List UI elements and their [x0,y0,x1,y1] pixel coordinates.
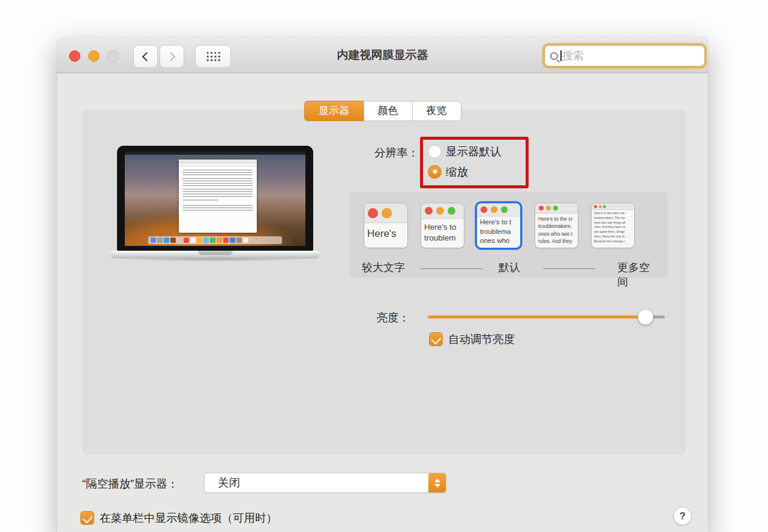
laptop-base [111,251,319,259]
scaled-option-default[interactable]: Here's to t troublema ones who [477,203,520,248]
chevron-right-icon [166,52,176,61]
laptop-screen [117,146,313,251]
slider-track[interactable] [428,315,665,318]
thumb-titlebar [477,203,520,217]
mirroring-row: 在菜单栏中显示镜像选项（可用时） [80,510,277,525]
search-icon [550,52,558,60]
scaled-resolution-picker: Here's Here's to troublem Here's to t [350,192,668,278]
tab-night-shift[interactable]: 夜览 [412,101,461,121]
thumb-titlebar [421,203,464,219]
thumb-titlebar [364,203,407,223]
auto-brightness-row: 自动调节亮度 [429,332,515,347]
brightness-slider-fill [428,315,646,318]
resolution-label: 分辨率： [310,145,419,160]
forward-button[interactable] [160,45,184,68]
menu-bar-preview [125,152,305,155]
scaled-option-2[interactable]: Here's to troublem [421,203,464,248]
tab-display[interactable]: 显示器 [304,101,364,121]
preferences-window: 内建视网膜显示器 搜索 显示器 颜色 夜览 [57,37,708,532]
search-placeholder: 搜索 [562,49,584,63]
radio-selected-icon[interactable] [428,165,442,179]
laptop-wallpaper [125,152,305,246]
show-all-preferences-button[interactable] [195,45,231,68]
display-pane: 分辨率： 显示器默认 缩放 Here's [82,110,686,454]
text-cursor [560,50,562,61]
dock-preview [148,236,282,244]
brightness-slider-thumb[interactable] [638,309,654,325]
divider-line [543,268,595,269]
tab-color[interactable]: 颜色 [364,101,413,121]
laptop-preview-image [111,146,319,266]
chevron-up-icon [434,479,440,482]
label-larger-text: 较大文字 [362,260,405,275]
label-more-space: 更多空间 [617,260,651,289]
chevron-left-icon [142,52,152,61]
tab-bar: 显示器 颜色 夜览 [304,101,461,121]
titlebar: 内建视网膜显示器 搜索 [57,37,708,73]
dropdown-stepper-icon[interactable] [428,473,446,492]
thumb-titlebar [592,203,634,210]
scaled-option-4[interactable]: Here's to the cr troublemakers. ones who… [535,203,578,248]
airplay-dropdown[interactable]: 关闭 [204,473,446,493]
brightness-slider[interactable] [428,308,665,325]
document-window-preview [179,160,256,233]
chevron-down-icon [434,484,440,488]
auto-brightness-label: 自动调节亮度 [448,332,515,347]
radio-scaled[interactable]: 缩放 [428,164,502,179]
resolution-radio-group: 显示器默认 缩放 [428,143,502,179]
radio-default-for-display[interactable]: 显示器默认 [428,143,502,159]
divider-line [420,268,483,269]
mirroring-checkbox[interactable] [80,511,94,525]
airplay-selected-value: 关闭 [218,473,240,492]
mirroring-label: 在菜单栏中显示镜像选项（可用时） [100,510,277,525]
back-button[interactable] [133,45,158,68]
search-input[interactable]: 搜索 [544,45,705,67]
label-default: 默认 [499,260,520,275]
airplay-label: “隔空播放”显示器： [82,476,178,491]
help-button[interactable]: ? [673,507,692,525]
grid-icon [206,51,220,62]
thumb-titlebar [535,203,578,214]
scaled-option-more-space[interactable]: Here's to the crazy one troublemakers. T… [592,203,634,248]
brightness-label: 亮度： [340,310,410,325]
scaled-option-larger-text[interactable]: Here's [364,203,407,248]
radio-unselected-icon[interactable] [428,145,442,158]
auto-brightness-checkbox[interactable] [429,332,443,346]
